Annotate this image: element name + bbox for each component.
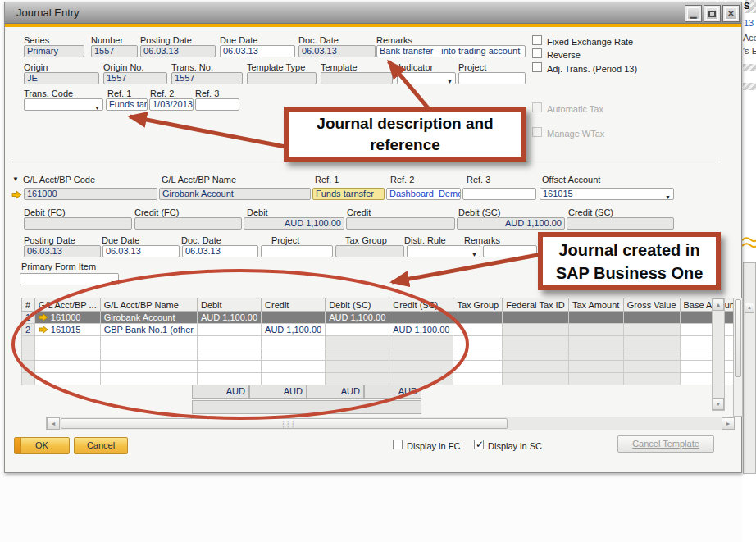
credit-cell[interactable]: AUD 1,100.00	[262, 324, 326, 336]
credit-label: Credit	[347, 207, 371, 217]
debit-cell[interactable]	[197, 324, 261, 336]
ref3-field[interactable]	[195, 98, 239, 111]
minimize-button[interactable]: ▁	[685, 5, 702, 22]
table-row[interactable]: 1 161000 Girobank Account AUD 1,100.00 A…	[22, 312, 741, 324]
scroll-up-icon[interactable]: ▲	[713, 298, 724, 311]
posting-date-field: 06.03.13	[140, 45, 216, 57]
display-in-fc-checkbox[interactable]	[393, 440, 403, 449]
table-row[interactable]: 2 161015 GBP Bank No.1 (other AUD 1,100.…	[22, 324, 741, 336]
scrollbar-thumb[interactable]	[735, 299, 741, 377]
col-header[interactable]: Debit (SC)	[326, 298, 389, 312]
scroll-right-icon[interactable]: ►	[722, 417, 735, 430]
base-amount-cell[interactable]	[680, 312, 740, 324]
adj-trans-checkbox[interactable]	[532, 62, 542, 72]
project-field[interactable]	[458, 72, 526, 84]
table-empty-row[interactable]	[22, 361, 741, 373]
row-number-cell[interactable]: 2	[22, 324, 35, 336]
debit-sc-cell[interactable]	[326, 324, 389, 336]
debit-fc-label: Debit (FC)	[24, 207, 66, 217]
gl-remarks-field[interactable]	[483, 245, 537, 257]
reverse-checkbox[interactable]	[532, 48, 542, 58]
col-header[interactable]: Federal Tax ID	[503, 298, 569, 312]
scrollbar-thumb[interactable]: ┆┆┆	[61, 418, 508, 429]
project-label: Project	[458, 62, 486, 72]
link-arrow-icon[interactable]	[39, 313, 48, 321]
col-header[interactable]: Credit (SC)	[389, 298, 453, 312]
tax-group-cell[interactable]	[453, 324, 503, 336]
col-header[interactable]: Tax Amount	[568, 298, 623, 312]
account-name-cell[interactable]: Girobank Account	[100, 312, 197, 324]
gl-posting-date-label: Posting Date	[24, 235, 75, 245]
maximize-button[interactable]	[704, 5, 721, 22]
window-vertical-scrollbar[interactable]	[733, 298, 743, 417]
titlebar[interactable]: Journal Entry ▁ ✕	[5, 2, 741, 24]
display-in-sc-checkbox[interactable]	[474, 440, 484, 449]
fixed-exchange-rate-checkbox[interactable]	[532, 35, 542, 45]
link-arrow-icon[interactable]	[11, 190, 22, 199]
tax-amount-cell[interactable]	[568, 324, 623, 336]
gross-value-cell[interactable]	[623, 324, 680, 336]
col-header[interactable]: G/L Acct/BP ...	[34, 298, 100, 312]
cancel-button[interactable]: Cancel	[74, 437, 128, 454]
debit-sc-cell[interactable]: AUD 1,100.00	[326, 312, 389, 324]
col-header[interactable]: Gross Value	[623, 298, 680, 312]
distr-rule-dropdown[interactable]	[407, 245, 480, 257]
remarks-field[interactable]: Bank transfer - into trading account	[376, 45, 526, 57]
credit-field	[346, 217, 455, 230]
tax-group-cell[interactable]	[453, 312, 503, 324]
federal-tax-id-cell[interactable]	[503, 312, 569, 324]
credit-cell[interactable]	[262, 312, 326, 324]
tax-amount-cell[interactable]	[568, 312, 623, 324]
ref1-field[interactable]: Funds tarns	[106, 98, 148, 111]
gl-doc-date-field[interactable]: 06.03.13	[182, 245, 258, 257]
gl-due-date-field[interactable]: 06.03.13	[102, 245, 180, 257]
primary-form-item-dropdown[interactable]	[20, 273, 119, 285]
gl-ref3-field[interactable]	[462, 188, 536, 200]
credit-sc-cell[interactable]: AUD 1,100.00	[389, 324, 453, 336]
grid-vertical-scrollbar[interactable]: ▲ ▼	[712, 298, 725, 411]
trans-no-field: 1557	[171, 72, 243, 84]
col-header[interactable]: #	[22, 298, 35, 312]
col-header[interactable]: G/L Acct/BP Name	[100, 298, 197, 312]
indicator-dropdown[interactable]	[397, 72, 456, 84]
cancel-button-label: Cancel	[87, 440, 115, 450]
base-amount-cell[interactable]	[680, 324, 740, 336]
table-empty-row[interactable]	[22, 336, 741, 348]
ref2-field[interactable]: 1/03/2013	[149, 98, 194, 111]
col-header[interactable]: Credit	[262, 298, 326, 312]
trans-code-dropdown[interactable]	[24, 98, 103, 111]
gl-code-label: G/L Acct/BP Code	[23, 175, 95, 184]
gl-project-field[interactable]	[261, 245, 333, 257]
col-header[interactable]: Base Amount	[680, 298, 740, 312]
window-title: Journal Entry	[16, 7, 80, 19]
close-button[interactable]: ✕	[722, 5, 740, 22]
ok-button[interactable]: OK	[14, 437, 70, 454]
due-date-field[interactable]: 06.03.13	[220, 45, 295, 57]
account-code-cell[interactable]: 161000	[34, 312, 100, 324]
credit-sc-cell[interactable]	[389, 312, 453, 324]
col-header[interactable]: Tax Group	[453, 298, 503, 312]
offset-account-dropdown[interactable]: 161015	[540, 188, 674, 200]
federal-tax-id-cell[interactable]	[503, 324, 569, 336]
gl-ref1-field[interactable]: Funds tarnsfer	[312, 188, 385, 200]
doc-date-field[interactable]: 06.03.13	[298, 45, 376, 57]
table-empty-row[interactable]	[22, 348, 741, 361]
table-empty-row[interactable]	[22, 373, 741, 385]
origin-no-label: Origin No.	[103, 62, 144, 72]
collapse-triangle-icon[interactable]: ▼	[12, 175, 19, 184]
ref1-label: Ref. 1	[107, 89, 131, 98]
grid-horizontal-scrollbar[interactable]: ◄ ┆┆┆ ►	[46, 417, 735, 430]
cancel-template-button[interactable]: Cancel Template	[617, 435, 714, 453]
account-code-cell[interactable]: 161015	[34, 324, 100, 336]
gl-ref2-field[interactable]: Dashboard_Demo	[386, 188, 461, 200]
scroll-down-icon[interactable]: ▼	[713, 398, 724, 410]
debit-cell[interactable]: AUD 1,100.00	[197, 312, 261, 324]
col-header[interactable]: Debit	[197, 298, 261, 312]
link-arrow-icon[interactable]	[39, 326, 48, 334]
gross-value-cell[interactable]	[623, 312, 680, 324]
row-number-cell[interactable]: 1	[22, 312, 35, 324]
remarks-label: Remarks	[376, 35, 412, 45]
account-name-cell[interactable]: GBP Bank No.1 (other	[100, 324, 197, 336]
annotation-arrow-grid	[392, 254, 542, 282]
scroll-left-icon[interactable]: ◄	[47, 417, 60, 430]
